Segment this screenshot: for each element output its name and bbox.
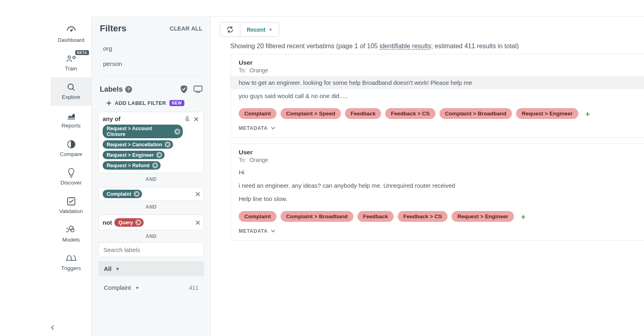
add-tag-button[interactable]: ＋ [518,212,528,221]
and-separator: AND [92,230,211,242]
remove-group-button[interactable] [194,117,199,122]
label-tag[interactable]: Complaint [239,211,277,222]
nav-dashboard[interactable]: Dashboard [51,20,91,49]
caret-down-icon: ▼ [269,28,272,32]
filter-chip[interactable]: Request > Engineer✕ [103,151,165,159]
label-tag[interactable]: Feedback > CS [385,108,435,119]
filter-chip[interactable]: Request > Account Closure✕ [103,125,183,138]
nav-label: Compare [60,151,83,157]
filter-field-org[interactable]: org [92,41,211,56]
label-complaint-row[interactable]: Complaint▾ 411 [98,280,204,295]
clear-all-button[interactable]: CLEAR ALL [169,25,202,32]
lightbulb-icon [66,168,76,178]
new-badge: NEW [169,100,184,106]
remove-chip-icon[interactable]: ✕ [135,219,141,225]
metadata-toggle[interactable]: METADATA [231,224,644,240]
refresh-button[interactable] [220,23,240,37]
label-tag[interactable]: Complaint > Speed [281,108,341,119]
nav-triggers[interactable]: Triggers [51,248,91,277]
remove-chip-icon[interactable]: ✕ [174,129,180,135]
nav-train[interactable]: BETA Train [51,49,91,77]
toolbar-button-group: Recent ▼ [220,22,279,37]
message-line: Hi [231,166,644,179]
label-tag[interactable]: Feedback > CS [398,211,448,222]
identifiable-results-link[interactable]: identifiable results [380,43,431,49]
remove-chip-icon[interactable]: ✕ [134,191,140,197]
complaint-row-label: Complaint [104,284,131,291]
label-tag[interactable]: Complaint > Broadband [440,108,512,119]
message-line: how to get an engineer. looking for some… [231,76,644,89]
labels-title: Labels ? [100,85,132,94]
label-tag[interactable]: Request > Engineer [452,211,514,222]
filter-chip[interactable]: Request > Cancellation✕ [103,140,173,149]
add-tag-button[interactable]: ＋ [582,109,593,119]
checkbox-icon [66,196,76,207]
nav-label: Models [62,237,80,243]
collapse-sidebar-button[interactable] [51,319,91,336]
remove-group-button[interactable] [195,220,200,225]
nav-label: Validation [59,208,83,214]
anyof-label: any of [103,115,183,122]
remove-chip-icon[interactable]: ✕ [156,152,162,158]
chevron-down-icon: ▾ [116,266,119,272]
svg-point-3 [68,84,73,89]
verbatim-card: User To:Orange how to get an engineer. l… [230,54,644,138]
help-icon[interactable]: ? [125,86,132,93]
filter-field-person[interactable]: person [92,56,211,72]
label-tag[interactable]: Feedback [357,211,394,222]
filter-chip[interactable]: Query✕ [114,218,144,227]
card-to: To:Orange [239,67,636,74]
label-tag[interactable]: Request > Engineer [516,108,578,119]
nav-label: Reports [62,123,80,129]
chevron-down-icon [271,229,275,233]
not-label: not [103,219,112,226]
card-user: User [239,149,636,156]
nav-label: Discover [60,180,82,186]
remove-chip-icon[interactable]: ✕ [152,162,158,168]
add-label-filter-button[interactable]: ADD LABEL FILTER NEW [92,96,211,110]
shield-check-icon[interactable] [180,85,188,94]
label-tag[interactable]: Complaint > Broadband [281,211,353,222]
and-separator: AND [92,173,211,185]
and-operator-button[interactable]: & [185,115,190,123]
nav-label: Dashboard [58,37,84,43]
beta-badge: BETA [75,50,89,55]
divider [100,76,202,77]
message-line: you guys said would call & no one did...… [231,89,644,102]
remove-chip-icon[interactable]: ✕ [165,141,171,148]
label-tag[interactable]: Feedback [345,108,381,119]
svg-point-2 [73,56,75,59]
plus-icon [106,100,111,106]
monitor-icon[interactable] [194,86,202,93]
search-labels-input[interactable] [98,242,204,257]
label-all-row[interactable]: All▾ [98,261,204,276]
nav-label: Train [65,66,77,72]
filter-group-complaint: Complaint✕ [98,187,204,201]
filters-title: Filters [100,23,126,34]
complaint-count: 411 [189,285,198,291]
nav-explore[interactable]: Explore [51,77,91,106]
sidebar: Dashboard BETA Train Explore Reports C [51,16,92,336]
nav-compare[interactable]: Compare [51,134,91,163]
bells-icon [66,253,76,264]
nav-models[interactable]: Models [51,220,91,248]
card-user: User [239,59,636,66]
all-label: All [104,265,111,272]
filter-chip[interactable]: Complaint✕ [103,190,142,198]
card-to: To:Orange [239,157,636,163]
filter-chip[interactable]: Request > Refund✕ [103,161,161,170]
nav-discover[interactable]: Discover [51,163,91,191]
message-line: i need an engineer. any ideas? can anybo… [231,179,644,192]
results-summary: Showing 20 filtered recent verbatims (pa… [211,43,644,54]
nav-validation[interactable]: Validation [51,191,91,220]
contrast-circle-icon [66,139,76,150]
nav-reports[interactable]: Reports [51,106,91,134]
sort-recent-dropdown[interactable]: Recent ▼ [240,23,279,37]
message-line: Help line too slow. [231,192,644,205]
svg-rect-6 [194,86,202,91]
main-panel: Recent ▼ Showing 20 filtered recent verb… [211,16,644,336]
chevron-down-icon: ▾ [136,285,138,291]
remove-group-button[interactable] [195,191,200,197]
label-tag[interactable]: Complaint [239,108,277,119]
metadata-toggle[interactable]: METADATA [231,121,644,137]
